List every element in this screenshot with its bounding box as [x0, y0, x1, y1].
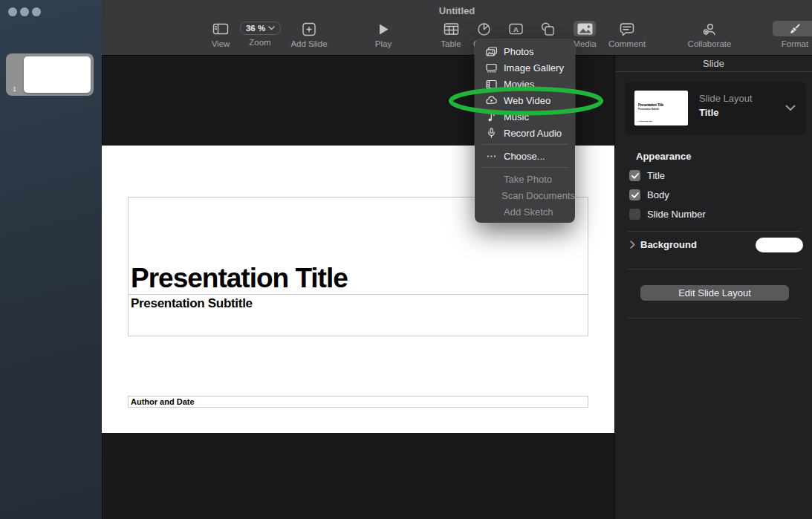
zoom-window-button[interactable] [32, 7, 41, 16]
play-icon [377, 21, 389, 37]
menu-separator [482, 144, 568, 145]
record-audio-icon [486, 128, 497, 138]
play-button[interactable]: Play [360, 21, 407, 48]
collaborate-icon [702, 21, 717, 37]
slide-layout-value: Title [699, 107, 719, 118]
comment-button[interactable]: Comment [603, 21, 651, 48]
subtitle-text-box[interactable]: Presentation Subtitle [128, 294, 588, 336]
photos-icon [486, 47, 497, 56]
divider [627, 269, 801, 270]
menu-item-image-gallery[interactable]: Image Gallery [475, 59, 575, 76]
slide-number-label: 1 [13, 85, 16, 93]
slide-thumbnail-selected[interactable]: 1 [6, 53, 94, 96]
chevron-down-icon[interactable] [785, 105, 796, 111]
menu-separator [482, 167, 568, 168]
menu-item-music[interactable]: Music [475, 108, 575, 125]
author-text-box[interactable]: Author and Date [128, 396, 588, 408]
format-button[interactable]: Format [771, 21, 812, 48]
media-dropdown-menu: Photos Image Gallery Movies Web Video Mu… [475, 39, 575, 223]
zoom-dropdown[interactable]: 36 % [240, 22, 281, 35]
background-row[interactable]: Background [630, 239, 697, 250]
menu-item-take-photo: Take Photo [475, 171, 575, 187]
appearance-heading: Appearance [636, 151, 691, 162]
background-color-swatch[interactable] [756, 238, 803, 252]
disclosure-chevron-icon[interactable] [630, 241, 635, 249]
slide-subtitle-text: Presentation Subtitle [129, 295, 588, 311]
svg-text:A: A [513, 25, 519, 33]
inspector-header: Slide [615, 56, 812, 72]
comment-icon [620, 21, 634, 37]
slide-author-text: Author and Date [129, 396, 588, 407]
divider [627, 231, 801, 232]
edit-slide-layout-button[interactable]: Edit Slide Layout [640, 285, 789, 301]
shape-icon [541, 21, 555, 37]
slide-number-checkbox[interactable] [629, 209, 640, 220]
menu-item-photos[interactable]: Photos [475, 43, 575, 59]
menu-item-choose[interactable]: Choose... [475, 148, 575, 164]
choose-ellipsis-icon [486, 151, 497, 161]
divider [627, 318, 801, 319]
collaborate-button[interactable]: Collaborate [686, 21, 733, 48]
view-icon [212, 21, 229, 37]
slide-navigator: 1 [0, 0, 102, 519]
text-icon: A [508, 21, 524, 37]
format-brush-icon [787, 21, 802, 37]
music-icon [486, 112, 497, 122]
keynote-window: 1 Untitled View 36 % Zoom Add Slide [0, 0, 812, 519]
menu-item-movies[interactable]: Movies [475, 76, 575, 92]
web-video-icon [486, 96, 497, 105]
title-checkbox[interactable] [629, 170, 640, 181]
slide-layout-thumbnail: Presentation Title Presentation Subtitle… [634, 91, 688, 125]
menu-item-add-sketch: Add Sketch [475, 203, 575, 220]
title-checkbox-row[interactable]: Title [629, 170, 665, 181]
menu-item-web-video[interactable]: Web Video [475, 92, 575, 108]
body-checkbox[interactable] [629, 189, 640, 200]
image-gallery-icon [486, 63, 497, 73]
toolbar: Untitled View 36 % Zoom Add Slide Play [102, 0, 812, 56]
slide-layout-label: Slide Layout [699, 93, 753, 104]
slide-title-text: Presentation Title [129, 264, 348, 294]
media-icon [577, 21, 593, 37]
body-checkbox-row[interactable]: Body [629, 189, 669, 200]
window-title: Untitled [102, 5, 812, 16]
window-controls [8, 7, 41, 16]
menu-item-scan-documents: Scan Documents [475, 187, 575, 203]
table-icon [444, 21, 459, 37]
zoom-caption: Zoom [236, 37, 284, 47]
chevron-down-icon [268, 26, 275, 30]
close-window-button[interactable] [8, 7, 17, 16]
chart-icon [477, 21, 491, 37]
format-inspector: Slide Presentation Title Presentation Su… [614, 56, 812, 519]
slide-thumbnail[interactable] [24, 56, 91, 93]
add-slide-button[interactable]: Add Slide [285, 21, 333, 48]
minimize-window-button[interactable] [20, 7, 29, 16]
menu-item-record-audio[interactable]: Record Audio [475, 125, 575, 141]
add-slide-icon [302, 21, 316, 37]
slide-layout-card[interactable]: Presentation Title Presentation Subtitle… [625, 82, 806, 135]
movies-icon [486, 79, 497, 89]
background-label: Background [640, 239, 697, 250]
slide-number-checkbox-row[interactable]: Slide Number [629, 209, 706, 220]
